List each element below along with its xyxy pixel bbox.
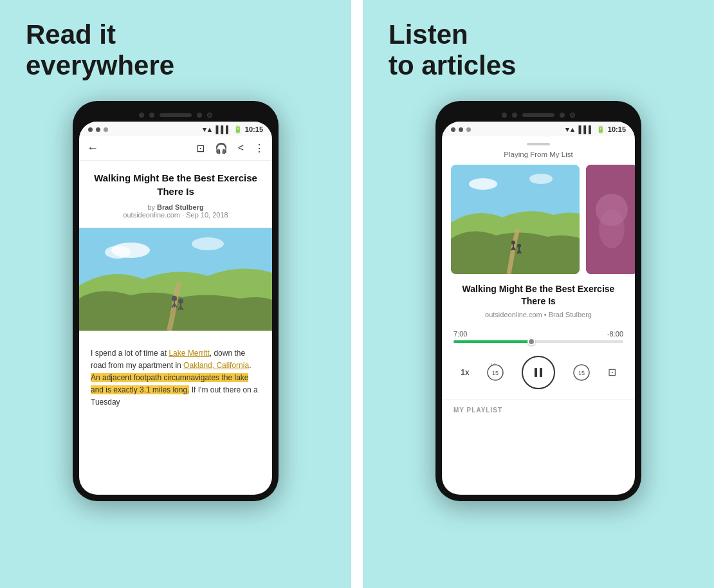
panel-divider	[351, 0, 363, 588]
status-dot-c	[104, 127, 108, 132]
left-panel: Read it everywhere ▾▲ ▌▌▌ 🔋	[0, 0, 351, 588]
article-image	[79, 228, 272, 331]
forward-icon: 15	[572, 363, 590, 381]
more-icon[interactable]: ⋮	[254, 142, 264, 154]
speed-button[interactable]: 1x	[461, 368, 469, 377]
svg-point-13	[469, 178, 497, 190]
rewind-icon: 15	[486, 363, 504, 381]
album-art-1	[451, 165, 580, 274]
article-author: Brad Stulberg	[157, 203, 204, 211]
body-text-3: .	[249, 361, 251, 370]
progress-fill	[453, 340, 531, 343]
status-dot-rc	[466, 127, 471, 132]
phone-right: ▾▲ ▌▌▌ 🔋 10:15 Playing From My List	[435, 101, 641, 501]
status-dot-a	[88, 127, 93, 132]
status-time-right: 10:15	[608, 125, 626, 133]
status-dot-ra	[451, 127, 455, 132]
audio-archive-button[interactable]: ⊡	[608, 366, 616, 378]
svg-point-2	[105, 246, 131, 259]
svg-point-4	[172, 296, 177, 301]
pause-button[interactable]	[522, 356, 555, 389]
status-dots-left	[88, 127, 108, 132]
battery-icon: 🔋	[233, 125, 243, 134]
audio-title: Walking Might Be the Best Exercise There…	[453, 283, 623, 308]
right-panel: Listen to articles ▾▲ ▌▌▌ 🔋	[363, 0, 714, 588]
pause-icon	[531, 365, 546, 380]
wifi-icon: ▾▲	[203, 125, 214, 134]
status-right-right: ▾▲ ▌▌▌ 🔋 10:15	[565, 125, 626, 134]
progress-thumb	[527, 338, 535, 345]
rewind-button[interactable]: 15	[484, 361, 507, 384]
article-screen: ▾▲ ▌▌▌ 🔋 10:15 ← ⊡ 🎧 < ⋮ Walking Might B…	[79, 122, 272, 495]
status-dot-rb	[459, 127, 463, 132]
audio-meta: outsideonline.com • Brad Stulberg	[453, 311, 623, 318]
phone-dot-2	[149, 113, 154, 118]
status-bar-left: ▾▲ ▌▌▌ 🔋 10:15	[79, 122, 272, 136]
album-strip	[442, 165, 635, 274]
svg-point-8	[178, 299, 183, 304]
phone-speaker-left	[160, 113, 192, 117]
status-time-left: 10:15	[245, 125, 263, 133]
audio-controls: 1x 15 15	[442, 348, 635, 400]
phone-dot-1	[139, 113, 144, 118]
progress-section: 7:00 -8:00	[442, 325, 635, 348]
article-title: Walking Might Be the Best Exercise There…	[91, 171, 261, 198]
svg-text:15: 15	[578, 370, 585, 376]
playlist-label: MY PLAYLIST	[442, 400, 635, 416]
svg-point-3	[192, 237, 224, 250]
forward-button[interactable]: 15	[570, 361, 593, 384]
progress-times: 7:00 -8:00	[453, 330, 623, 338]
album-art-2	[586, 165, 635, 274]
body-text-1: I spend a lot of time at	[91, 349, 169, 358]
share-icon[interactable]: <	[238, 142, 244, 154]
phone-camera-right	[570, 113, 575, 118]
article-date: Sep 10, 2018	[186, 211, 228, 219]
landscape-svg	[79, 228, 272, 331]
phone-top-bar-left	[79, 107, 272, 122]
album-landscape-svg	[451, 165, 580, 274]
handle-bar	[527, 143, 550, 145]
svg-point-14	[529, 174, 553, 184]
phone-dot-r2	[512, 113, 517, 118]
article-meta: by Brad Stulberg outsideonline.com · Sep…	[91, 203, 261, 219]
toolbar-icons-group: ⊡ 🎧 < ⋮	[196, 142, 264, 154]
svg-point-25	[599, 210, 625, 248]
audio-info: Walking Might Be the Best Exercise There…	[442, 283, 635, 325]
headphones-icon[interactable]: 🎧	[215, 142, 228, 154]
audio-handle[interactable]	[442, 136, 635, 149]
status-dots-right	[451, 127, 471, 132]
phone-top-bar-right	[442, 107, 635, 122]
svg-point-19	[517, 244, 521, 248]
phone-camera-left	[207, 113, 212, 118]
progress-bar[interactable]	[453, 340, 623, 343]
article-body: I spend a lot of time at Lake Merritt, d…	[79, 340, 272, 417]
status-dot-b	[96, 127, 100, 132]
status-right-left: ▾▲ ▌▌▌ 🔋 10:15	[203, 125, 263, 134]
svg-rect-28	[535, 368, 537, 377]
lake-merritt-link[interactable]: Lake Merritt	[169, 349, 209, 358]
article-source: outsideonline.com	[123, 211, 180, 219]
phone-dot-r1	[502, 113, 507, 118]
phone-left: ▾▲ ▌▌▌ 🔋 10:15 ← ⊡ 🎧 < ⋮ Walking Might B…	[73, 101, 279, 501]
article-content: Walking Might Be the Best Exercise There…	[79, 161, 272, 219]
battery-icon-r: 🔋	[596, 125, 605, 134]
signal-icon: ▌▌▌	[215, 125, 230, 133]
left-panel-title: Read it everywhere	[13, 19, 174, 82]
oakland-link[interactable]: Oakland, California	[183, 361, 249, 370]
back-button[interactable]: ←	[87, 142, 98, 155]
phone-dot-3	[197, 113, 202, 118]
phone-speaker-right	[522, 113, 554, 117]
svg-rect-29	[540, 368, 542, 377]
archive-icon[interactable]: ⊡	[196, 142, 205, 154]
playing-from-label: Playing From My List	[442, 149, 635, 165]
album-art-2-svg	[586, 165, 635, 274]
svg-point-15	[511, 241, 515, 244]
time-remaining: -8:00	[607, 330, 623, 338]
right-panel-title: Listen to articles	[376, 19, 516, 82]
status-bar-right: ▾▲ ▌▌▌ 🔋 10:15	[442, 122, 635, 136]
phone-dot-r3	[560, 113, 565, 118]
wifi-icon-r: ▾▲	[565, 125, 576, 134]
article-toolbar: ← ⊡ 🎧 < ⋮	[79, 136, 272, 161]
svg-text:15: 15	[492, 370, 499, 376]
time-elapsed: 7:00	[453, 330, 467, 338]
